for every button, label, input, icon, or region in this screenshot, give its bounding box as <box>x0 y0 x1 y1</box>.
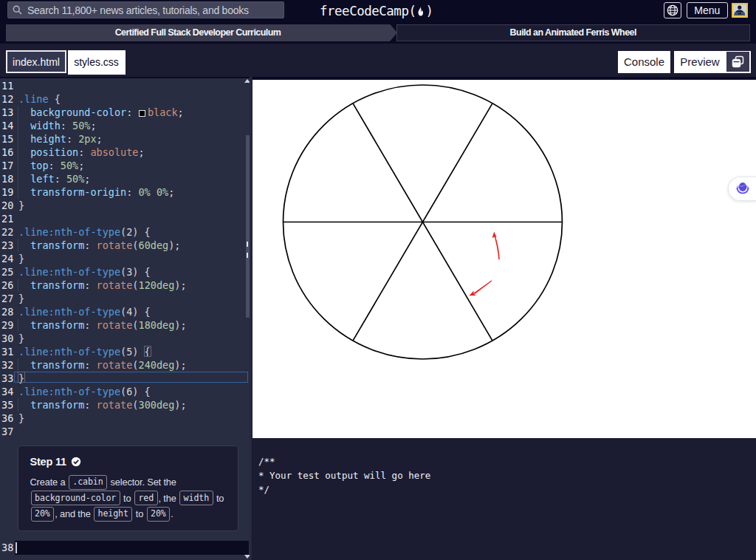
inline-code-chip: 20% <box>147 507 171 522</box>
logo-text-post: ) <box>425 4 433 18</box>
inline-code-chip: red <box>134 491 158 505</box>
wheel-spokes <box>283 103 562 340</box>
line-number: 31 <box>1 345 13 358</box>
breadcrumb-curriculum[interactable]: Certified Full Stack Developer Curriculu… <box>6 24 397 42</box>
inline-code-chip: 20% <box>31 507 55 522</box>
top-header: Search 11,800+ news articles, tutorials,… <box>0 0 756 21</box>
flame-icon <box>416 7 425 17</box>
line-number: 27 <box>1 292 13 305</box>
code-line-34[interactable]: 34.line:nth-of-type(6) { <box>0 385 250 398</box>
code-line-11[interactable]: 11 <box>0 79 250 92</box>
line-number: 26 <box>1 279 13 292</box>
tab-index-html-label: index.html <box>13 56 60 68</box>
splitter-handle-dash <box>247 253 248 259</box>
line-number: 25 <box>1 265 13 279</box>
text-cursor <box>16 542 17 553</box>
code-line-35[interactable]: 35 transform: rotate(300deg); <box>0 398 250 412</box>
line-number: 15 <box>1 132 13 146</box>
user-avatar[interactable] <box>732 3 748 18</box>
code-line-37[interactable]: 37 <box>0 425 250 438</box>
code-line-31[interactable]: 31.line:nth-of-type(5) { <box>0 345 250 358</box>
code-line-14[interactable]: 14 width: 50%; <box>0 119 250 132</box>
line-number: 33 <box>1 372 13 385</box>
freecodecamp-logo[interactable]: freeCodeCamp() <box>320 3 433 18</box>
ferris-wheel-graphic <box>252 80 756 438</box>
code-text: transform: rotate(60deg); <box>18 239 181 252</box>
test-output-console: /** * Your test output will go here */ <box>252 438 756 560</box>
annotation-arrow-down-left <box>469 280 492 296</box>
code-line-25[interactable]: 25.line:nth-of-type(3) { <box>0 265 250 279</box>
current-line-highlight <box>14 372 248 383</box>
code-line-20[interactable]: 20} <box>0 199 250 212</box>
inline-code-chip: background-color <box>31 491 120 505</box>
windows-stack-icon <box>732 55 744 68</box>
code-text: } <box>18 199 24 212</box>
breadcrumb-project[interactable]: Build an Animated Ferris Wheel <box>396 24 751 42</box>
code-line-23[interactable]: 23 transform: rotate(60deg); <box>0 239 250 252</box>
instruction-text: , and the <box>55 508 93 519</box>
breadcrumb-project-label: Build an Animated Ferris Wheel <box>510 27 636 38</box>
code-line-36[interactable]: 36} <box>0 412 250 425</box>
code-line-29[interactable]: 29 transform: rotate(180deg); <box>0 318 250 332</box>
instruction-text: . <box>171 508 173 519</box>
line-number: 36 <box>1 412 13 425</box>
code-text: .line:nth-of-type(2) { <box>18 225 151 239</box>
code-text: position: absolute; <box>18 146 145 159</box>
code-line-27[interactable]: 27} <box>0 292 250 305</box>
code-line-15[interactable]: 15 height: 2px; <box>0 132 250 146</box>
code-line-21[interactable]: 21 <box>0 212 250 225</box>
preview-pane-toggle[interactable] <box>726 52 750 72</box>
code-line-24[interactable]: 24} <box>0 252 250 265</box>
bracket-match-close <box>18 372 25 383</box>
line-number: 34 <box>1 385 13 398</box>
inline-code-chip: height <box>94 507 132 522</box>
code-text: width: 50%; <box>18 119 97 132</box>
language-globe-button[interactable] <box>664 2 682 18</box>
preview-button[interactable]: Preview <box>674 51 751 73</box>
console-button[interactable]: Console <box>618 51 670 73</box>
line-number-38: 38 <box>1 541 13 554</box>
code-line-12[interactable]: 12.line { <box>0 92 250 106</box>
line-number: 14 <box>1 119 13 132</box>
tab-styles-css-label: styles.css <box>74 56 119 68</box>
menu-button[interactable]: Menu <box>687 2 728 18</box>
code-line-16[interactable]: 16 position: absolute; <box>0 146 250 159</box>
tab-index-html[interactable]: index.html <box>6 50 66 73</box>
line-number: 21 <box>1 212 13 225</box>
line-number: 28 <box>1 305 13 318</box>
instruction-text: to <box>133 508 145 519</box>
line-number: 19 <box>1 185 13 199</box>
logo-text-pre: freeCodeCamp( <box>320 4 416 18</box>
step-check-icon[interactable] <box>71 457 81 467</box>
step-instruction-line: Create a .cabin selector. Set the <box>30 474 224 491</box>
code-line-30[interactable]: 30} <box>0 332 250 345</box>
search-box[interactable]: Search 11,800+ news articles, tutorials,… <box>7 1 284 18</box>
assistant-widget-button[interactable] <box>728 177 756 201</box>
line-number: 24 <box>1 252 13 265</box>
tab-styles-css[interactable]: styles.css <box>68 50 126 75</box>
inline-code-chip: .cabin <box>69 475 107 490</box>
code-text: left: 50%; <box>18 172 91 185</box>
line-number: 16 <box>1 146 13 159</box>
search-input[interactable]: Search 11,800+ news articles, tutorials,… <box>27 4 249 16</box>
assistant-bug-icon <box>733 180 752 197</box>
code-line-13[interactable]: 13 background-color: black; <box>0 106 250 119</box>
line-number: 20 <box>1 199 13 212</box>
code-line-18[interactable]: 18 left: 50%; <box>0 172 250 185</box>
code-line-28[interactable]: 28.line:nth-of-type(4) { <box>0 305 250 318</box>
code-text: } <box>18 412 24 425</box>
code-line-17[interactable]: 17 top: 50%; <box>0 159 250 172</box>
code-line-26[interactable]: 26 transform: rotate(120deg); <box>0 279 250 292</box>
code-text: .line { <box>18 92 61 106</box>
code-line-22[interactable]: 22.line:nth-of-type(2) { <box>0 225 250 239</box>
line-number: 23 <box>1 239 13 252</box>
code-line-19[interactable]: 19 transform-origin: 0% 0%; <box>0 185 250 199</box>
search-icon <box>13 5 22 15</box>
line-number: 12 <box>1 92 13 106</box>
code-text: transform-origin: 0% 0%; <box>18 185 174 199</box>
code-editor[interactable]: 1112.line {13 background-color: black;14… <box>0 78 250 560</box>
inline-code-chip: width <box>179 491 213 505</box>
color-swatch-black <box>139 110 146 117</box>
code-line-32[interactable]: 32 transform: rotate(240deg); <box>0 358 250 372</box>
tab-action-bar: index.html styles.css Console Preview <box>0 44 756 77</box>
